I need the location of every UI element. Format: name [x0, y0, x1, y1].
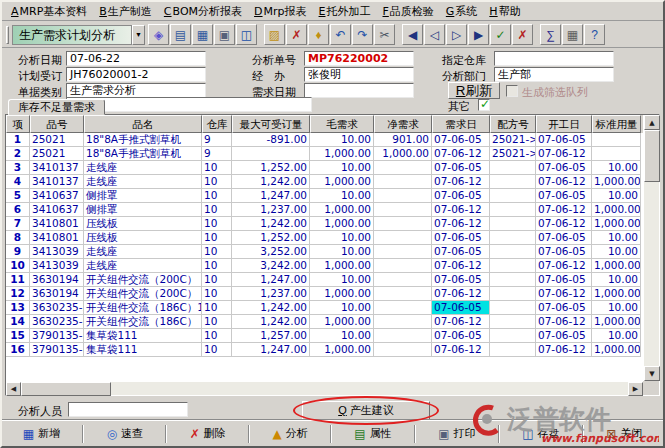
prev-record-toolbar-button[interactable]: ◁	[424, 24, 445, 45]
table-cell[interactable]: 3410137	[30, 175, 84, 189]
analysis-no-field[interactable]: MP76220002	[304, 51, 414, 66]
table-cell[interactable]: 1,247.00	[232, 189, 310, 203]
table-row[interactable]: 163790135-1集草袋111101,247.001,000.0007-06…	[6, 343, 643, 357]
table-cell[interactable]	[374, 231, 432, 245]
table-cell[interactable]: 07-06-12	[432, 287, 490, 301]
table-row[interactable]: 12502118"8A手推式割草机9-891.0010.00901.0007-0…	[6, 133, 643, 147]
calculator-toolbar-button[interactable]: ▦	[562, 24, 583, 45]
close-button[interactable]: ⊠关闭	[599, 423, 649, 444]
other-checkbox[interactable]	[478, 99, 490, 111]
table-cell[interactable]: 走线座	[84, 259, 202, 273]
table-cell[interactable]: 07-06-12	[432, 147, 490, 161]
table-cell[interactable]: 1,000.00	[592, 217, 641, 231]
open-folder-toolbar-button[interactable]: ▨	[264, 24, 285, 45]
table-cell[interactable]: 3413039	[30, 259, 84, 273]
undo-toolbar-button[interactable]: ↶	[330, 24, 351, 45]
table-cell[interactable]: 10	[202, 217, 232, 231]
table-cell[interactable]: 1,000.00	[310, 147, 374, 161]
table-row[interactable]: 143630235-2开关组件交流（186C）101,242.001,000.0…	[6, 315, 643, 329]
table-row[interactable]: 22502118"8A手推式割草机91,000.001,000.0007-06-…	[6, 147, 643, 161]
table-cell[interactable]: 10.00	[592, 301, 641, 315]
confirm-toolbar-button[interactable]: ✓	[490, 24, 511, 45]
table-cell[interactable]: 07-06-12	[536, 147, 592, 161]
table-cell[interactable]	[374, 203, 432, 217]
table-cell[interactable]: 侧排罩	[84, 189, 202, 203]
table-cell[interactable]: 3630194	[30, 287, 84, 301]
table-cell[interactable]: 1,000.00	[592, 287, 641, 301]
scroll-up-icon[interactable]: ▲	[644, 115, 660, 130]
table-cell[interactable]	[374, 217, 432, 231]
table-cell[interactable]: 10	[202, 259, 232, 273]
table-cell[interactable]: 07-06-05	[536, 301, 592, 315]
table-cell[interactable]: 07-06-12	[536, 315, 592, 329]
refresh-button[interactable]: R刷新	[448, 82, 500, 99]
properties-button[interactable]: ▤属性	[347, 423, 398, 444]
table-cell[interactable]	[490, 161, 536, 175]
table-cell[interactable]: 1,242.00	[232, 315, 310, 329]
table-cell[interactable]: 10.00	[310, 133, 374, 147]
cut-toolbar-button[interactable]: ✂	[374, 24, 395, 45]
analysis-dept-field[interactable]: 生产部	[494, 67, 614, 82]
table-cell[interactable]: 07-06-05	[536, 133, 592, 147]
table-cell[interactable]: 走线座	[84, 161, 202, 175]
table-cell[interactable]: 07-06-05	[536, 189, 592, 203]
table-cell[interactable]: 07-06-05	[536, 245, 592, 259]
table-cell[interactable]: 压线板	[84, 217, 202, 231]
table-cell[interactable]: 走线座	[84, 245, 202, 259]
table-cell[interactable]: 25021->	[490, 133, 536, 147]
column-header-9[interactable]: 配方号	[490, 115, 536, 133]
table-cell[interactable]: 07-06-05	[432, 301, 490, 315]
table-cell[interactable]: 07-06-05	[432, 329, 490, 343]
table-cell[interactable]: 3	[6, 161, 30, 175]
menu-item-f[interactable]: F品质检验	[377, 2, 440, 21]
table-cell[interactable]: 1,000.00	[592, 203, 641, 217]
table-cell[interactable]	[490, 343, 536, 357]
lookup-toolbar-button[interactable]: ◈	[148, 24, 169, 45]
table-cell[interactable]: 10.00	[592, 189, 641, 203]
table-cell[interactable]	[374, 287, 432, 301]
analyze-button[interactable]: ▲分析	[265, 423, 314, 444]
grid-view-toolbar-button[interactable]: ▦	[192, 24, 213, 45]
table-cell[interactable]	[490, 329, 536, 343]
table-cell[interactable]: 12	[6, 287, 30, 301]
table-cell[interactable]: 开关组件交流（186C）	[84, 315, 202, 329]
table-cell[interactable]: 侧排罩	[84, 203, 202, 217]
save-toolbar-button[interactable]: ◫	[236, 24, 257, 45]
menu-item-b[interactable]: B生产制造	[93, 2, 158, 21]
table-cell[interactable]: 1,000.00	[310, 217, 374, 231]
table-cell[interactable]	[490, 259, 536, 273]
table-cell[interactable]: 8	[6, 231, 30, 245]
table-cell[interactable]: 1,000.00	[310, 203, 374, 217]
table-cell[interactable]: 1,000.00	[592, 175, 641, 189]
table-cell[interactable]: 5	[6, 189, 30, 203]
table-cell[interactable]: 3410637	[30, 189, 84, 203]
table-cell[interactable]: 10	[202, 329, 232, 343]
table-row[interactable]: 153790135-1集草袋111101,257.0010.0007-06-05…	[6, 329, 643, 343]
table-cell[interactable]: 10.00	[592, 231, 641, 245]
table-cell[interactable]: 10	[202, 189, 232, 203]
table-cell[interactable]: 开关组件交流（200C）	[84, 287, 202, 301]
table-cell[interactable]: 07-06-05	[536, 273, 592, 287]
generate-suggestion-button[interactable]: Q 产生建议	[302, 401, 430, 420]
table-cell[interactable]: 13	[6, 301, 30, 315]
toolbar-grip[interactable]	[6, 26, 9, 44]
table-row[interactable]: 33410137走线座101,252.0010.0007-06-0507-06-…	[6, 161, 643, 175]
menu-item-g[interactable]: G系统	[440, 2, 484, 21]
table-cell[interactable]: 07-06-12	[536, 287, 592, 301]
table-cell[interactable]: 18"8A手推式割草机	[84, 147, 202, 161]
print-toolbar-button[interactable]: ▣	[214, 24, 235, 45]
table-cell[interactable]: 1,237.00	[232, 287, 310, 301]
table-cell[interactable]	[374, 301, 432, 315]
table-cell[interactable]: 1,242.00	[232, 217, 310, 231]
table-cell[interactable]: 10	[202, 287, 232, 301]
table-cell[interactable]	[490, 287, 536, 301]
table-cell[interactable]: 10	[202, 301, 232, 315]
column-header-2[interactable]: 品号	[30, 115, 84, 133]
table-cell[interactable]: 11	[6, 273, 30, 287]
table-cell[interactable]: 15	[6, 329, 30, 343]
table-cell[interactable]: 1,000.00	[374, 147, 432, 161]
table-cell[interactable]: 10	[202, 315, 232, 329]
save-button[interactable]: ◫存盘	[515, 423, 566, 444]
table-cell[interactable]: 10	[202, 231, 232, 245]
table-cell[interactable]	[374, 329, 432, 343]
